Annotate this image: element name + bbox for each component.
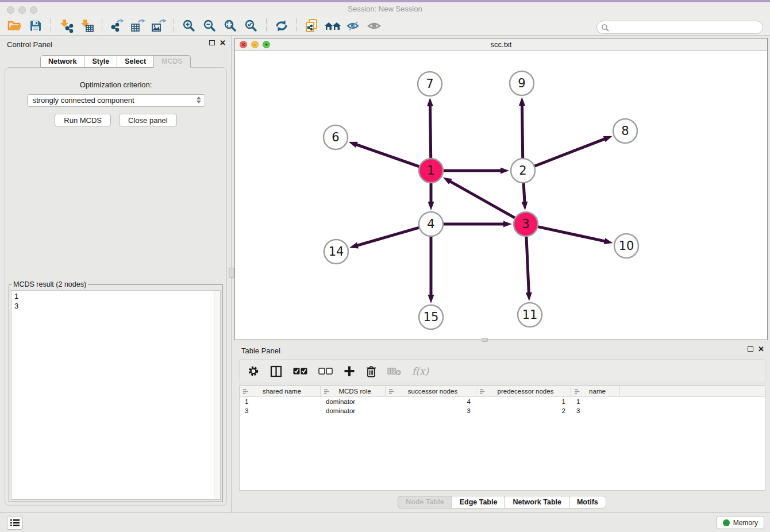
open-session-icon[interactable] [6,18,24,34]
column-header-name[interactable]: name [571,386,620,396]
mcds-result-textarea[interactable]: 13 [11,290,221,500]
edge-arrowhead-icon [500,168,509,174]
toolbar-separator [51,18,51,33]
control-panel: Control Panel ✕ Network Style Select MCD… [0,36,232,512]
control-panel-tabs: Network Style Select MCDS [0,55,232,68]
close-table-panel-icon[interactable]: ✕ [758,346,764,352]
vertical-splitter-handle[interactable] [229,268,234,278]
zoom-out-icon[interactable] [201,18,218,34]
graph-edge-1-7[interactable] [430,105,430,160]
column-header-shared-name[interactable]: shared name [240,386,321,396]
sort-icon [324,389,329,394]
edge-arrowhead-icon [427,98,433,106]
table-cell[interactable]: 1 [476,398,571,405]
import-network-icon[interactable] [57,18,75,34]
export-network-icon[interactable] [109,18,126,34]
graph-node-label: 1 [427,164,434,178]
table-cell[interactable]: 3 [571,407,620,414]
network-window-title: scc.txt [235,40,767,49]
graph-node-label: 2 [519,164,526,178]
network-window-titlebar[interactable]: ✕ − + scc.txt [235,38,767,51]
tab-style[interactable]: Style [84,55,117,68]
import-table-icon[interactable] [78,18,95,34]
refresh-icon[interactable] [273,18,290,34]
graph-edge-4-14[interactable] [357,227,421,246]
sort-icon [480,389,485,394]
edge-arrowhead-icon [603,136,613,142]
toolbar-separator [297,18,297,33]
graph-edge-3-11[interactable] [526,234,529,294]
close-panel-button[interactable]: Close panel [119,114,177,126]
zoom-selected-icon[interactable] [242,18,260,34]
delete-table-icon [387,367,401,376]
delete-column-icon[interactable] [366,365,376,377]
table-cell[interactable]: 1 [571,398,620,405]
tab-select[interactable]: Select [117,55,154,68]
select-all-columns-icon[interactable] [293,368,307,375]
duplicate-network-icon[interactable] [303,18,321,34]
graph-edge-2-9[interactable] [522,105,522,160]
edge-arrowhead-icon [519,97,525,106]
network-canvas[interactable]: 7968124314101511 [235,51,767,340]
node-table: shared nameMCDS rolesuccessor nodesprede… [239,385,765,491]
close-panel-icon[interactable]: ✕ [220,40,226,46]
column-header-predecessor-nodes[interactable]: predecessor nodes [476,386,571,396]
table-cell[interactable]: 3 [240,407,321,414]
memory-button[interactable]: Memory [717,516,764,529]
horizontal-splitter-handle[interactable] [482,338,488,342]
app-titlebar: Session: New Session [0,2,770,16]
export-image-icon[interactable] [150,18,167,34]
column-header-MCDS-role[interactable]: MCDS role [321,386,386,396]
sort-icon [389,389,394,394]
graph-edge-3-1[interactable] [449,181,517,219]
add-column-icon[interactable] [344,365,355,377]
tab-mcds[interactable]: MCDS [153,55,191,68]
tab-network[interactable]: Network [40,55,84,68]
optimization-criterion-label: Optimization criterion: [5,80,226,89]
save-session-icon[interactable] [27,18,44,34]
export-table-icon[interactable] [129,18,147,34]
run-mcds-button[interactable]: Run MCDS [55,114,111,126]
search-icon [601,24,609,32]
table-cell[interactable]: dominator [321,398,386,405]
edge-arrowhead-icon [428,202,434,210]
float-panel-icon[interactable] [209,40,215,45]
graph-edge-3-10[interactable] [536,226,606,241]
graph-edge-2-3[interactable] [523,181,525,203]
mcds-result-title: MCDS result (2 nodes) [11,280,88,288]
criterion-select[interactable]: strongly connected component [27,94,205,107]
network-graph[interactable]: 7968124314101511 [235,51,767,340]
zoom-in-icon[interactable] [180,18,198,34]
edge-arrowhead-icon [349,242,359,249]
table-cell[interactable]: 4 [386,398,476,405]
table-cell[interactable]: 1 [240,398,321,405]
hide-eye-icon[interactable] [345,18,362,34]
table-row[interactable]: 1dominator411 [240,397,765,406]
edge-arrowhead-icon [503,221,512,228]
tab-network-table[interactable]: Network Table [505,496,569,508]
sort-icon [243,389,248,394]
toolbar-separator [174,18,174,33]
table-cell[interactable]: dominator [321,407,386,414]
table-cell[interactable]: 3 [386,407,476,414]
task-history-button[interactable] [7,516,23,530]
show-columns-icon[interactable] [270,365,282,377]
result-scrollbar[interactable] [214,291,220,499]
table-cell[interactable]: 2 [476,407,571,414]
float-table-panel-icon[interactable] [748,346,753,352]
table-row[interactable]: 3dominator323 [240,406,765,415]
select-stepper-icon [197,97,201,103]
graph-edge-2-8[interactable] [533,138,606,167]
tab-node-table[interactable]: Node Table [398,496,452,508]
sort-icon [575,389,580,394]
column-header-successor-nodes[interactable]: successor nodes [386,386,476,396]
tab-edge-table[interactable]: Edge Table [452,496,506,508]
settings-gear-icon[interactable] [248,365,259,377]
tab-motifs[interactable]: Motifs [569,496,606,508]
graph-edge-1-6[interactable] [356,144,421,167]
search-input[interactable] [596,21,763,34]
unselect-all-columns-icon[interactable] [318,368,333,375]
toolbar-separator [266,18,267,33]
zoom-fit-icon[interactable] [222,18,239,34]
home-icon[interactable] [324,18,341,34]
